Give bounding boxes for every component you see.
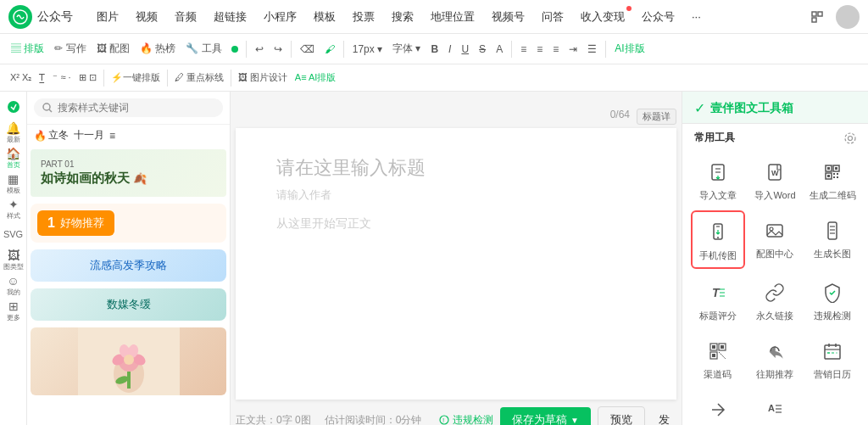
nav-qa[interactable]: 问答 (535, 6, 570, 28)
paint-button[interactable]: 🖌 (320, 42, 339, 57)
nav-video[interactable]: 视频 (129, 6, 164, 28)
italic-btn[interactable]: I (444, 42, 455, 57)
nav-template[interactable]: 模板 (307, 6, 342, 28)
footer-stats: 正文共：0字 0图 估计阅读时间：0分钟 (236, 413, 421, 426)
editor-body-placeholder[interactable]: 从这里开始写正文 (276, 216, 636, 232)
ai-template-btn[interactable]: A≡ AI排版 (292, 70, 340, 86)
tool-ai-template[interactable]: A AI排版 (748, 389, 803, 425)
phone-transfer-label: 手机传图 (699, 249, 737, 262)
app-logo[interactable]: 公众号 (8, 5, 73, 29)
tool-phone-transfer[interactable]: 手机传图 (691, 210, 745, 269)
tag-lidong[interactable]: 🔥 立冬 (34, 128, 69, 143)
template-item-2[interactable]: 1 好物推荐 (31, 204, 226, 243)
more-format-btn[interactable]: ⁻ ≈ · (49, 70, 74, 85)
tag-november[interactable]: 十一月 (74, 128, 104, 143)
send-btn[interactable]: 发 (652, 407, 676, 425)
insert-btn[interactable]: ⊞ ⊡ (75, 70, 100, 85)
long-image-label: 生成长图 (814, 248, 851, 260)
nav-videonumber[interactable]: 视频号 (485, 6, 531, 28)
editor-author-placeholder[interactable]: 请输入作者 (276, 187, 636, 203)
sidebar-item-layout[interactable] (2, 95, 25, 119)
strike-btn[interactable]: S (475, 42, 490, 57)
nav-audio[interactable]: 音频 (168, 6, 203, 28)
tpl4-text: 数媒冬缓 (39, 297, 218, 312)
tool-title-score[interactable]: T 标题评分 (691, 272, 745, 327)
qrcode-icon (819, 159, 846, 186)
svg-line-52 (719, 352, 726, 359)
search-box[interactable] (34, 98, 223, 117)
nav-search[interactable]: 搜索 (385, 6, 420, 28)
template-item-3[interactable]: 流感高发季攻略 (31, 249, 226, 282)
tpl1-part: PART 01 (41, 159, 216, 169)
list-btn[interactable]: ☰ (583, 42, 601, 57)
tool-import-word[interactable]: W 导入Word (748, 152, 803, 207)
nav-image[interactable]: 图片 (90, 6, 125, 28)
nav-miniapp[interactable]: 小程序 (257, 6, 303, 28)
nav-more[interactable]: ··· (685, 7, 708, 26)
tab-write[interactable]: ✏ 写作 (50, 40, 90, 58)
tool-channel-code[interactable]: 渠道码 (691, 331, 745, 386)
highlight-btn[interactable]: 🖊 重点标线 (171, 70, 227, 86)
font-color-btn[interactable]: A (492, 42, 507, 57)
font-family-btn[interactable]: 字体 ▾ (388, 40, 425, 58)
tab-match[interactable]: 🖼 配图 (92, 40, 134, 58)
template-item-1[interactable]: PART 01 如诗如画的秋天 🍂 (31, 149, 226, 197)
sidebar-item-template[interactable]: ▦ 模板 (2, 171, 25, 195)
tag-filter[interactable]: ≡ (109, 128, 115, 143)
image-center-icon (761, 217, 788, 244)
tab-hot[interactable]: 🔥 热榜 (136, 40, 180, 58)
tool-violation-check[interactable]: 违规检测 (805, 272, 860, 327)
search-input[interactable] (58, 102, 214, 114)
align-right-btn[interactable]: ≡ (548, 42, 563, 57)
align-center-btn[interactable]: ≡ (532, 42, 547, 57)
expand-icon[interactable] (805, 5, 829, 29)
sidebar-item-home[interactable]: 🏠 首页 (2, 146, 25, 170)
user-avatar[interactable] (836, 5, 860, 29)
bold-btn[interactable]: B (426, 42, 442, 57)
font-size-btn[interactable]: 17px ▾ (348, 42, 387, 57)
sidebar-item-image-type[interactable]: 🖼 图类型 (2, 248, 25, 271)
sidebar-item-svg[interactable]: SVG (2, 222, 25, 246)
sidebar-item-new[interactable]: 🔔 最新 (2, 120, 25, 144)
sidebar-item-mine[interactable]: ☺ 我的 (2, 273, 25, 297)
superscript-btn[interactable]: X² X₂ (7, 70, 35, 85)
tool-past-recommend[interactable]: 往期推荐 (748, 331, 803, 386)
settings-icon[interactable] (844, 132, 856, 144)
tool-qrcode[interactable]: 生成二维码 (805, 152, 860, 207)
sidebar-item-more[interactable]: ⊞ 更多 (2, 299, 25, 322)
template-item-5[interactable] (31, 327, 226, 395)
nav-location[interactable]: 地理位置 (424, 6, 481, 28)
editor-title-placeholder[interactable]: 请在这里输入标题 (276, 155, 636, 181)
image-design-btn[interactable]: 🖼 图片设计 (235, 70, 291, 86)
redo-button[interactable]: ↪ (270, 42, 287, 57)
svg-rect-3 (812, 18, 816, 22)
tool-marketing-calendar[interactable]: 营销日历 (805, 331, 860, 386)
tab-tools[interactable]: 🔧 工具 (181, 40, 225, 58)
editor-page[interactable]: 请在这里输入标题 请输入作者 从这里开始写正文 (236, 128, 676, 400)
tool-permalink[interactable]: 永久链接 (748, 272, 803, 327)
check-violation-btn[interactable]: ! 违规检测 (439, 413, 493, 426)
ai-layout-btn[interactable]: AI排版 (610, 40, 648, 58)
tool-short-link[interactable]: 短链生成 (691, 389, 745, 425)
tool-long-image[interactable]: 生成长图 (805, 210, 860, 269)
save-draft-btn[interactable]: 保存为草稿 ▼ (500, 407, 591, 425)
indent-btn[interactable]: ⇥ (565, 42, 581, 57)
font-style-btn[interactable]: T̲ (36, 70, 48, 85)
preview-btn[interactable]: 预览 (598, 406, 645, 425)
tool-import-article[interactable]: 导入文章 (691, 152, 745, 207)
underline-btn[interactable]: U (457, 42, 473, 57)
template-item-4[interactable]: 数媒冬缓 (31, 288, 226, 321)
title-detail-btn[interactable]: 标题详 (637, 109, 676, 125)
nav-hyperlink[interactable]: 超链接 (207, 6, 253, 28)
align-left-btn[interactable]: ≡ (516, 42, 531, 57)
undo-button[interactable]: ↩ (251, 42, 268, 57)
tab-layout[interactable]: ▤ 排版 (7, 40, 48, 58)
char-counter-row: 0/64 标题详 (236, 109, 676, 125)
one-click-layout-btn[interactable]: ⚡一键排版 (108, 70, 164, 86)
sidebar-item-style[interactable]: ✦ 样式 (2, 197, 25, 221)
nav-account[interactable]: 公众号 (635, 6, 682, 28)
tool-image-center[interactable]: 配图中心 (748, 210, 803, 269)
eraser-button[interactable]: ⌫ (296, 42, 319, 57)
nav-vote[interactable]: 投票 (346, 6, 381, 28)
nav-monetize[interactable]: 收入变现 (574, 6, 632, 28)
